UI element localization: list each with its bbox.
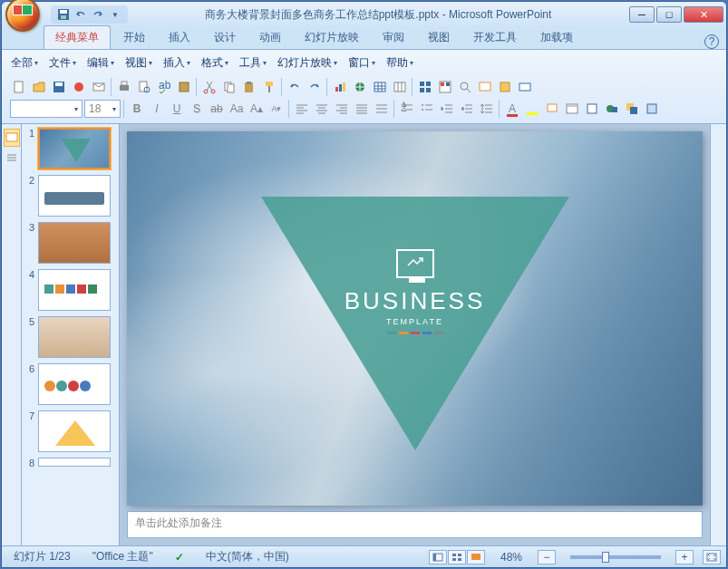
chart-icon[interactable] [331, 78, 349, 96]
spell-check-icon[interactable]: ✓ [169, 550, 190, 564]
menu-slideshow[interactable]: 幻灯片放映▾ [274, 53, 341, 72]
close-button[interactable]: ✕ [684, 6, 723, 23]
menu-all[interactable]: 全部▾ [7, 53, 42, 72]
open-icon[interactable] [30, 78, 48, 96]
thumbnail-3[interactable]: 3 [25, 222, 115, 264]
ribbon-tab-slideshow[interactable]: 幻灯片放映 [294, 26, 370, 49]
table-icon[interactable] [371, 78, 389, 96]
zoom-out-icon[interactable]: − [538, 550, 556, 564]
menu-view[interactable]: 视图▾ [121, 53, 156, 72]
undo-icon[interactable] [73, 7, 88, 22]
save-icon[interactable] [56, 7, 71, 22]
increase-indent-icon[interactable] [458, 100, 476, 118]
macro-icon[interactable] [496, 78, 514, 96]
qat-dropdown-icon[interactable]: ▼ [108, 7, 122, 22]
menu-format[interactable]: 格式▾ [198, 53, 232, 72]
slides-tab-icon[interactable] [4, 129, 20, 147]
ribbon-tab-design[interactable]: 设计 [203, 26, 247, 49]
sorter-view-icon[interactable] [448, 550, 466, 564]
print-preview-icon[interactable] [135, 78, 153, 96]
distribute-icon[interactable] [373, 100, 391, 118]
redo-icon[interactable] [91, 7, 105, 22]
thumbnail-2[interactable]: 2 [25, 175, 115, 217]
research-icon[interactable] [175, 78, 193, 96]
minimize-button[interactable]: ─ [629, 6, 655, 23]
permission-icon[interactable] [70, 78, 88, 96]
language-indicator[interactable]: 中文(简体，中国) [199, 548, 296, 565]
numbering-icon[interactable]: 12 [398, 100, 416, 118]
layout-icon[interactable] [563, 100, 581, 118]
paste-icon[interactable] [240, 78, 258, 96]
undo-icon[interactable] [286, 78, 304, 96]
new-slide-icon[interactable] [543, 100, 561, 118]
italic-icon[interactable]: I [148, 100, 166, 118]
menu-tools[interactable]: 工具▾ [236, 53, 270, 72]
zoom-in-icon[interactable]: + [675, 550, 694, 564]
line-spacing-icon[interactable] [478, 100, 496, 118]
font-family-select[interactable]: ▾ [10, 100, 83, 118]
thumbnail-1[interactable]: 1 [25, 128, 115, 169]
normal-view-icon[interactable] [429, 550, 447, 564]
shadow-icon[interactable]: S [188, 100, 206, 118]
color-scheme-icon[interactable] [436, 78, 454, 96]
thumbnail-7[interactable]: 7 [25, 410, 115, 452]
tables-icon[interactable] [391, 78, 409, 96]
grid-icon[interactable] [416, 78, 434, 96]
thumbnail-4[interactable]: 4 [25, 269, 115, 311]
align-right-icon[interactable] [333, 100, 351, 118]
ribbon-tab-view[interactable]: 视图 [417, 26, 461, 49]
underline-icon[interactable]: U [168, 100, 186, 118]
menu-help[interactable]: 帮助▾ [383, 53, 417, 72]
options-icon[interactable] [516, 78, 534, 96]
align-center-icon[interactable] [313, 100, 331, 118]
fit-window-icon[interactable] [703, 550, 721, 564]
bold-icon[interactable]: B [128, 100, 146, 118]
thumbnail-8[interactable]: 8 [25, 458, 115, 468]
arrange-icon[interactable] [623, 100, 641, 118]
slideshow-view-icon[interactable] [467, 550, 485, 564]
ribbon-tab-developer[interactable]: 开发工具 [462, 26, 528, 49]
maximize-button[interactable]: □ [656, 6, 682, 23]
strikethrough-icon[interactable]: ab [208, 100, 226, 118]
redo-icon[interactable] [306, 78, 324, 96]
zoom-level[interactable]: 48% [494, 550, 529, 564]
ribbon-tab-addins[interactable]: 加载项 [529, 26, 584, 49]
spelling-icon[interactable]: ab [155, 78, 173, 96]
grow-font-icon[interactable]: A▴ [248, 100, 266, 118]
vertical-scrollbar[interactable] [710, 124, 726, 545]
ribbon-tab-home[interactable]: 开始 [112, 26, 156, 49]
font-color-icon[interactable]: A [503, 100, 521, 118]
highlight-icon[interactable] [523, 100, 541, 118]
show-icon[interactable] [476, 78, 494, 96]
email-icon[interactable] [90, 78, 108, 96]
help-icon[interactable]: ? [704, 34, 719, 49]
menu-window[interactable]: 窗口▾ [345, 53, 379, 72]
ribbon-tab-classic[interactable]: 经典菜单 [44, 25, 111, 49]
outline-tab-icon[interactable] [4, 149, 20, 167]
slide-canvas[interactable]: BUSINESS TEMPLATE [127, 131, 703, 506]
thumbnail-5[interactable]: 5 [25, 316, 115, 358]
cut-icon[interactable] [200, 78, 218, 96]
new-icon[interactable] [10, 78, 28, 96]
zoom-slider[interactable] [570, 555, 661, 559]
thumbnail-6[interactable]: 6 [25, 363, 115, 405]
shapes-icon[interactable] [603, 100, 621, 118]
quick-styles-icon[interactable] [643, 100, 661, 118]
notes-pane[interactable]: 单击此处添加备注 [127, 511, 703, 538]
align-left-icon[interactable] [293, 100, 311, 118]
zoom-icon[interactable] [456, 78, 474, 96]
change-case-icon[interactable]: Aa [228, 100, 246, 118]
format-painter-icon[interactable] [260, 78, 278, 96]
justify-icon[interactable] [353, 100, 371, 118]
decrease-indent-icon[interactable] [438, 100, 456, 118]
print-icon[interactable] [115, 78, 133, 96]
save-icon[interactable] [50, 78, 68, 96]
hyperlink-icon[interactable] [351, 78, 369, 96]
menu-file[interactable]: 文件▾ [45, 53, 80, 72]
bullets-icon[interactable] [418, 100, 436, 118]
copy-icon[interactable] [220, 78, 238, 96]
ribbon-tab-review[interactable]: 审阅 [372, 26, 415, 49]
ribbon-tab-insert[interactable]: 插入 [158, 26, 201, 49]
ribbon-tab-animation[interactable]: 动画 [248, 26, 292, 49]
shrink-font-icon[interactable]: A▾ [267, 100, 286, 118]
